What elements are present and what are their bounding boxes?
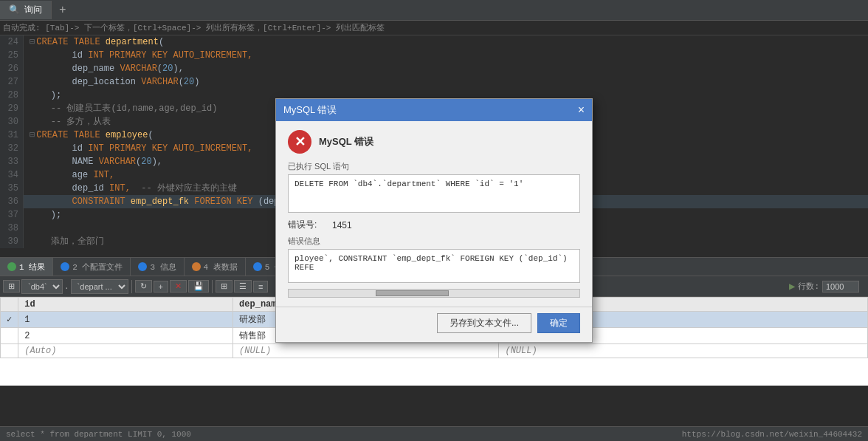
modal-hscroll-thumb[interactable]	[376, 290, 449, 296]
modal-header-label: MySQL 错误	[319, 135, 373, 148]
error-num-value: 1451	[332, 220, 352, 230]
error-num-label: 错误号:	[288, 219, 325, 231]
sql-section-label: 已执行 SQL 语句	[288, 161, 580, 172]
error-num-row: 错误号: 1451	[288, 219, 580, 231]
error-modal: MySQL 错误 × ✕ MySQL 错误 已执行 SQL 语句 DELETE …	[275, 98, 593, 343]
modal-body: ✕ MySQL 错误 已执行 SQL 语句 DELETE FROM `db4`.…	[276, 121, 592, 307]
modal-header-row: ✕ MySQL 错误	[288, 130, 580, 154]
error-icon: ✕	[288, 130, 311, 154]
save-to-file-button[interactable]: 另存到文本文件...	[437, 313, 531, 333]
confirm-button[interactable]: 确定	[537, 313, 580, 333]
error-msg-label: 错误信息	[288, 236, 580, 247]
error-msg-box: ployee`, CONSTRAINT `emp_dept_fk` FOREIG…	[288, 249, 580, 283]
modal-footer: 另存到文本文件... 确定	[276, 307, 592, 342]
sql-text-box: DELETE FROM `db4`.`department` WHERE `id…	[288, 174, 580, 213]
modal-close-button[interactable]: ×	[578, 104, 585, 116]
modal-title: MySQL 错误	[283, 103, 337, 117]
modal-hscrollbar[interactable]	[288, 289, 580, 298]
modal-overlay: MySQL 错误 × ✕ MySQL 错误 已执行 SQL 语句 DELETE …	[0, 0, 868, 441]
modal-title-bar: MySQL 错误 ×	[276, 99, 592, 121]
